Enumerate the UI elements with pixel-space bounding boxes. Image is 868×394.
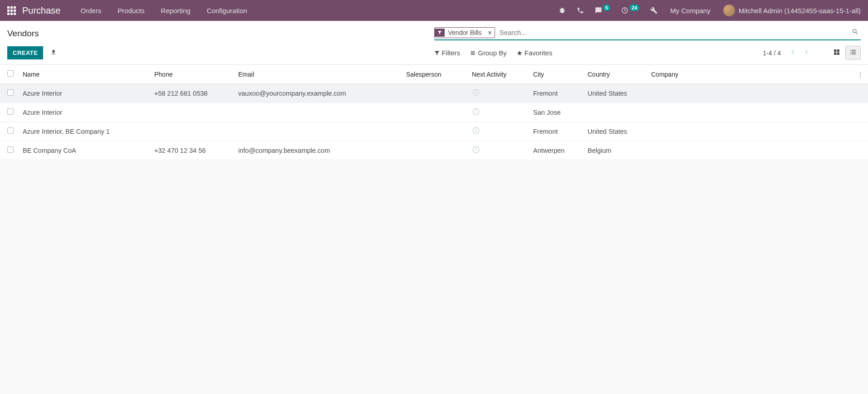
row-checkbox[interactable] — [7, 146, 14, 153]
search-bar: Vendor Bills × — [434, 26, 861, 40]
cell-country: United States — [583, 122, 647, 141]
cell-city: Fremont — [529, 122, 583, 141]
search-input[interactable] — [498, 27, 850, 38]
messages-badge: 5 — [603, 5, 610, 11]
column-name[interactable]: Name — [18, 65, 150, 84]
filters-label: Filters — [442, 49, 461, 57]
kanban-view-button[interactable] — [829, 46, 844, 60]
messages-icon[interactable]: 5 — [590, 4, 615, 17]
cell-phone — [150, 122, 234, 141]
group-by-label: Group By — [478, 49, 506, 57]
pager-prev-button[interactable] — [786, 47, 799, 59]
user-name: Mitchell Admin (14452455-saas-15-1-all) — [739, 7, 861, 15]
cell-email — [234, 122, 402, 141]
menu-products[interactable]: Products — [111, 3, 151, 18]
search-facet-vendor-bills: Vendor Bills × — [434, 27, 495, 38]
cell-salesperson — [402, 141, 467, 160]
top-navbar: Purchase Orders Products Reporting Confi… — [0, 0, 868, 21]
filters-button[interactable]: Filters — [434, 49, 461, 57]
pager-next-button[interactable] — [800, 47, 813, 59]
menu-reporting[interactable]: Reporting — [155, 3, 197, 18]
cell-next-activity[interactable] — [467, 141, 529, 160]
table-row[interactable]: Azure Interior San Jose — [0, 103, 868, 122]
cell-next-activity[interactable] — [467, 103, 529, 122]
cell-company — [647, 141, 853, 160]
group-by-button[interactable]: Group By — [470, 49, 506, 57]
select-all-checkbox[interactable] — [7, 70, 14, 77]
facet-label: Vendor Bills — [445, 28, 485, 38]
column-company[interactable]: Company — [647, 65, 853, 84]
cell-country: Belgium — [583, 141, 647, 160]
control-panel: Vendors Vendor Bills × CREATE — [0, 21, 868, 65]
cell-email — [234, 103, 402, 122]
column-city[interactable]: City — [529, 65, 583, 84]
cell-phone: +32 470 12 34 56 — [150, 141, 234, 160]
activities-badge: 24 — [629, 5, 639, 11]
pager-value[interactable]: 1-4 / 4 — [763, 49, 781, 57]
cell-name: Azure Interior — [18, 84, 150, 103]
search-icon[interactable] — [850, 26, 861, 39]
cell-salesperson — [402, 84, 467, 103]
cell-company — [647, 103, 853, 122]
favorites-label: Favorites — [525, 49, 553, 57]
user-menu[interactable]: Mitchell Admin (14452455-saas-15-1-all) — [719, 5, 861, 16]
avatar — [723, 5, 735, 16]
row-checkbox[interactable] — [7, 89, 14, 96]
column-country[interactable]: Country — [583, 65, 647, 84]
tools-icon[interactable] — [646, 4, 662, 17]
svg-rect-2 — [837, 49, 839, 52]
facet-remove-button[interactable]: × — [485, 28, 494, 38]
cell-country — [583, 103, 647, 122]
debug-icon[interactable] — [554, 4, 570, 17]
cell-name: BE Company CoA — [18, 141, 150, 160]
cell-salesperson — [402, 103, 467, 122]
svg-rect-4 — [837, 53, 839, 55]
cell-country: United States — [583, 84, 647, 103]
column-email[interactable]: Email — [234, 65, 402, 84]
table-header-row: Name Phone Email Salesperson Next Activi… — [0, 65, 868, 84]
cell-name: Azure Interior — [18, 103, 150, 122]
app-brand[interactable]: Purchase — [22, 5, 61, 16]
cell-phone: +58 212 681 0538 — [150, 84, 234, 103]
filter-icon — [435, 29, 445, 37]
breadcrumb: Vendors — [7, 29, 39, 39]
column-phone[interactable]: Phone — [150, 65, 234, 84]
row-checkbox[interactable] — [7, 108, 14, 115]
column-next-activity[interactable]: Next Activity — [467, 65, 529, 84]
create-button[interactable]: CREATE — [7, 46, 43, 59]
cell-email: info@company.beexample.com — [234, 141, 402, 160]
column-options-button[interactable]: ⋮ — [853, 65, 868, 84]
cell-name: Azure Interior, BE Company 1 — [18, 122, 150, 141]
cell-city: Fremont — [529, 84, 583, 103]
apps-grid-icon[interactable] — [7, 6, 16, 15]
phone-icon[interactable] — [572, 4, 588, 17]
cell-company — [647, 122, 853, 141]
cell-next-activity[interactable] — [467, 84, 529, 103]
cell-salesperson — [402, 122, 467, 141]
list-view-button[interactable] — [845, 46, 861, 60]
import-button[interactable] — [48, 47, 59, 58]
list-view: Name Phone Email Salesperson Next Activi… — [0, 65, 868, 160]
cell-city: San Jose — [529, 103, 583, 122]
svg-rect-3 — [834, 53, 836, 55]
table-row[interactable]: Azure Interior, BE Company 1 Fremont Uni… — [0, 122, 868, 141]
activities-icon[interactable]: 24 — [617, 4, 644, 17]
table-row[interactable]: Azure Interior +58 212 681 0538 vauxoo@y… — [0, 84, 868, 103]
cell-next-activity[interactable] — [467, 122, 529, 141]
table-row[interactable]: BE Company CoA +32 470 12 34 56 info@com… — [0, 141, 868, 160]
menu-orders[interactable]: Orders — [74, 3, 108, 18]
cell-phone — [150, 103, 234, 122]
favorites-button[interactable]: Favorites — [517, 49, 553, 57]
cell-email: vauxoo@yourcompany.example.com — [234, 84, 402, 103]
column-salesperson[interactable]: Salesperson — [402, 65, 467, 84]
company-switcher[interactable]: My Company — [664, 7, 716, 15]
svg-rect-1 — [834, 49, 836, 52]
pager: 1-4 / 4 — [763, 47, 813, 59]
cell-city: Antwerpen — [529, 141, 583, 160]
main-menu: Orders Products Reporting Configuration — [74, 3, 254, 18]
cell-company — [647, 84, 853, 103]
row-checkbox[interactable] — [7, 127, 14, 134]
systray: 5 24 My Company Mitchell Admin (14452455… — [554, 4, 861, 17]
menu-configuration[interactable]: Configuration — [201, 3, 254, 18]
